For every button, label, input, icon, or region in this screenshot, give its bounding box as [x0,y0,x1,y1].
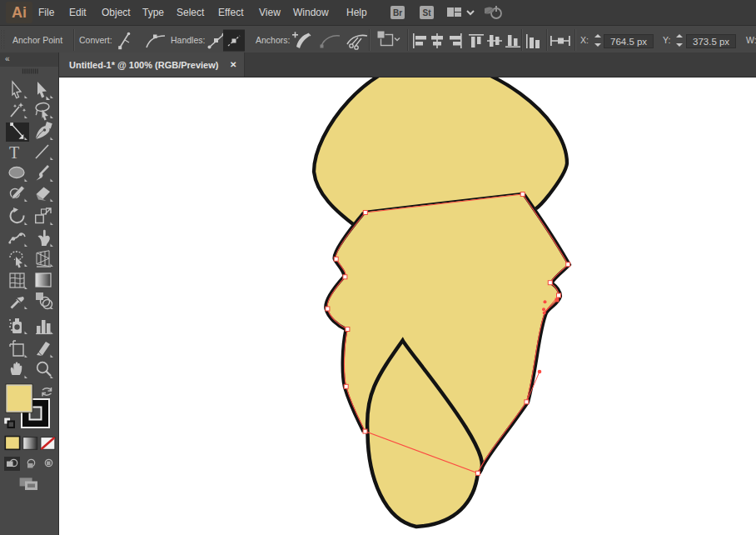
svg-text:St: St [423,8,432,18]
svg-text:T: T [9,143,19,162]
svg-text:Br: Br [393,8,402,18]
